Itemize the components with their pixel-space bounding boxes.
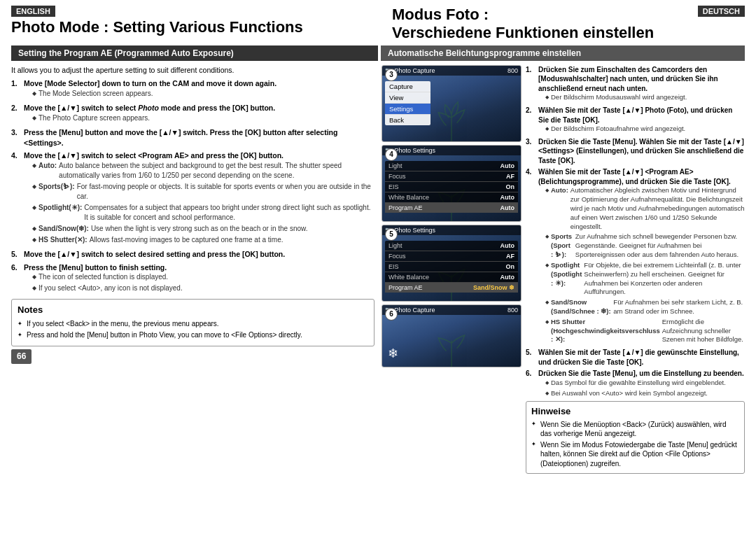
- step-3: 3. Press the [Menu] button and move the …: [11, 127, 374, 148]
- step-1: 1. Move [Mode Selector] down to turn on …: [11, 78, 374, 100]
- settings-row-programae: Program AE Auto: [385, 203, 518, 213]
- screen-num-3: 3: [385, 69, 398, 81]
- menu-view: View: [385, 92, 430, 104]
- screen-5-settings: Light Auto Focus AF EIS On White Balance…: [385, 241, 518, 293]
- step-6-text: Press the [Menu] button to finish settin…: [24, 263, 167, 272]
- screen-6: 6 📷 Photo Capture 800 ❄: [382, 304, 522, 367]
- palm-icon-6: [430, 325, 472, 367]
- screen-4-settings: Light Auto Focus AF EIS On White Balance…: [385, 161, 518, 213]
- screen-5: 5 📷 Photo Settings Light Auto: [382, 225, 522, 302]
- step-6-bullet1: The icon of selected function is display…: [32, 272, 374, 282]
- de-step-4-sports: Sports (Sport : ⛷): Zur Aufnahme sich sc…: [545, 232, 745, 259]
- de-step-6: 6. Drücken Sie die Taste [Menu], um die …: [526, 369, 745, 399]
- main-title-de: Modus Foto : Verschiedene Funktionen ein…: [392, 6, 654, 43]
- hinweise-title: Hinweise: [531, 405, 739, 418]
- page-number: 66: [11, 349, 31, 364]
- screen-3-header: 📷 Photo Capture 800: [382, 66, 521, 76]
- step-5: 5. Move the [▲/▼] switch to select desir…: [11, 249, 374, 260]
- screen-3-menu: Capture View Settings Back: [385, 81, 430, 125]
- s5-row-focus: Focus AF: [385, 251, 518, 262]
- step-5-text: Move the [▲/▼] switch to select desired …: [24, 250, 285, 258]
- page-header: ENGLISH Photo Mode : Setting Various Fun…: [0, 0, 756, 45]
- de-step-4-sandsnow: Sand/Snow (Sand/Schnee : ❄): Für Aufnahm…: [545, 298, 745, 316]
- de-step-4-hsshutter: HS Shutter (Hochgeschwindigkeitsverschlu…: [545, 318, 745, 344]
- title-right-line2: Verschiedene Funktionen einstellen: [392, 24, 654, 42]
- section-header-en: Setting the Program AE (Programmed Auto …: [11, 45, 378, 61]
- de-step-2-bullet: Der Bildschirm Fotoaufnahme wird angezei…: [545, 125, 745, 134]
- header-right: Modus Foto : Verschiedene Funktionen ein…: [378, 6, 745, 43]
- screen-3: 3 📷 Photo Capture 800 Capture View Setti…: [382, 65, 522, 142]
- hinweise-box: Hinweise Wenn Sie die Menüoption <Back> …: [526, 401, 745, 474]
- step-6-bullet2: If you select <Auto>, any icon is not di…: [32, 283, 374, 293]
- step-4-text: Move the [▲/▼] switch to select <Program…: [24, 151, 284, 160]
- screens-column: 3 📷 Photo Capture 800 Capture View Setti…: [382, 65, 522, 534]
- title-right-line1: Modus Foto :: [392, 6, 654, 24]
- menu-back: Back: [385, 115, 430, 125]
- de-step-1: 1. Drücken Sie zum Einschalten des Camco…: [526, 65, 745, 104]
- step-4-spotlight: Spotlight(☀): Compensates for a subject …: [32, 203, 374, 223]
- de-step-5: 5. Wählen Sie mit der Taste [▲/▼] die ge…: [526, 348, 745, 367]
- de-step-4: 4. Wählen Sie mit der Taste [▲/▼] <Progr…: [526, 167, 745, 346]
- step-1-text: Move [Mode Selector] down to turn on the…: [24, 79, 276, 87]
- page-num-area: 66: [11, 349, 374, 364]
- step-4-sports: Sports(⛷): For fast-moving people or obj…: [32, 182, 374, 202]
- de-step-4-spotlight: Spotlight (Spotlight : ☀): Für Objekte, …: [545, 261, 745, 297]
- menu-settings: Settings: [385, 104, 430, 115]
- settings-row-light: Light Auto: [385, 161, 518, 171]
- lang-badge-de: DEUTSCH: [698, 6, 745, 17]
- de-step-2: 2. Wählen Sie mit der Taste [▲/▼] Photo …: [526, 106, 745, 135]
- section-header-de-wrap: Automatische Belichtungsprogramme einste…: [378, 45, 745, 61]
- lang-badge-en: ENGLISH: [11, 6, 55, 17]
- s5-row-programae: Program AE Sand/Snow ❄: [385, 283, 518, 293]
- settings-row-focus: Focus AF: [385, 171, 518, 182]
- settings-row-wb: White Balance Auto: [385, 192, 518, 203]
- step-3-text: Press the [Menu] button and move the [▲/…: [24, 128, 337, 147]
- de-step-4-auto: Auto: Automatischer Abgleich zwischen Mo…: [545, 186, 745, 231]
- step-4-sandsnow: Sand/Snow(❄): Use when the light is very…: [32, 224, 374, 234]
- s5-row-wb: White Balance Auto: [385, 272, 518, 283]
- english-badge: ENGLISH: [11, 6, 378, 18]
- screen-6-header: 📷 Photo Capture 800: [382, 305, 521, 315]
- step-6: 6. Press the [Menu] button to finish set…: [11, 262, 374, 295]
- s5-row-eis: EIS On: [385, 262, 518, 272]
- step-4: 4. Move the [▲/▼] switch to select <Prog…: [11, 150, 374, 246]
- de-step-3: 3. Drücken Sie die Taste [Menu]. Wählen …: [526, 137, 745, 166]
- settings-row-eis: EIS On: [385, 182, 518, 192]
- de-step-6-bullet1: Das Symbol für die gewählte Einstellung …: [545, 379, 745, 388]
- step-2-bullet: The Photo Capture screen appears.: [32, 113, 374, 123]
- note-1: If you select <Back> in the menu, the pr…: [18, 319, 368, 329]
- section-header-de: Automatische Belichtungsprogramme einste…: [381, 45, 745, 61]
- hinweise-2: Wenn Sie im Modus Fotowiedergabe die Tas…: [531, 440, 739, 469]
- screen-num-5: 5: [385, 228, 398, 241]
- note-2: Press and hold the [Menu] button in Phot…: [18, 330, 368, 340]
- step-2-text: Move the [▲/▼] switch to select Photo mo…: [24, 104, 275, 112]
- step-1-bullet: The Mode Selection screen appears.: [32, 89, 374, 99]
- german-content: 1. Drücken Sie zum Einschalten des Camco…: [526, 65, 745, 534]
- intro-text: It allows you to adjust the aperture set…: [11, 65, 374, 76]
- hinweise-1: Wenn Sie die Menüoption <Back> (Zurück) …: [531, 420, 739, 439]
- de-step-6-bullet2: Bei Auswahl von <Auto> wird kein Symbol …: [545, 389, 745, 398]
- menu-capture: Capture: [385, 81, 430, 92]
- header-left: ENGLISH Photo Mode : Setting Various Fun…: [11, 6, 378, 36]
- snow-icon-overlay: ❄: [388, 346, 398, 361]
- s5-row-light: Light Auto: [385, 241, 518, 251]
- notes-title: Notes: [18, 304, 368, 316]
- step-2: 2. Move the [▲/▼] switch to select Photo…: [11, 103, 374, 125]
- screen-num-4: 4: [385, 148, 398, 161]
- screen-5-header: 📷 Photo Settings: [382, 225, 521, 235]
- step-4-hsshutter: HS Shutter(✕): Allows fast-moving images…: [32, 235, 374, 245]
- main-title-en: Photo Mode : Setting Various Functions: [11, 18, 378, 36]
- right-content: 3 📷 Photo Capture 800 Capture View Setti…: [382, 65, 745, 534]
- step-4-auto: Auto: Auto balance between the subject a…: [32, 161, 374, 181]
- main-content: It allows you to adjust the aperture set…: [0, 65, 756, 534]
- palm-icon-3: [430, 99, 472, 141]
- notes-box: Notes If you select <Back> in the menu, …: [11, 299, 374, 346]
- screen-4: 4 📷 Photo Settings Light Auto: [382, 145, 522, 222]
- screen-num-6: 6: [385, 308, 398, 321]
- section-headers: Setting the Program AE (Programmed Auto …: [0, 45, 756, 61]
- screen-4-header: 📷 Photo Settings: [382, 146, 521, 155]
- de-step-1-bullet: Der Bildschirm Modusauswahl wird angezei…: [545, 93, 745, 102]
- english-content: It allows you to adjust the aperture set…: [11, 65, 374, 534]
